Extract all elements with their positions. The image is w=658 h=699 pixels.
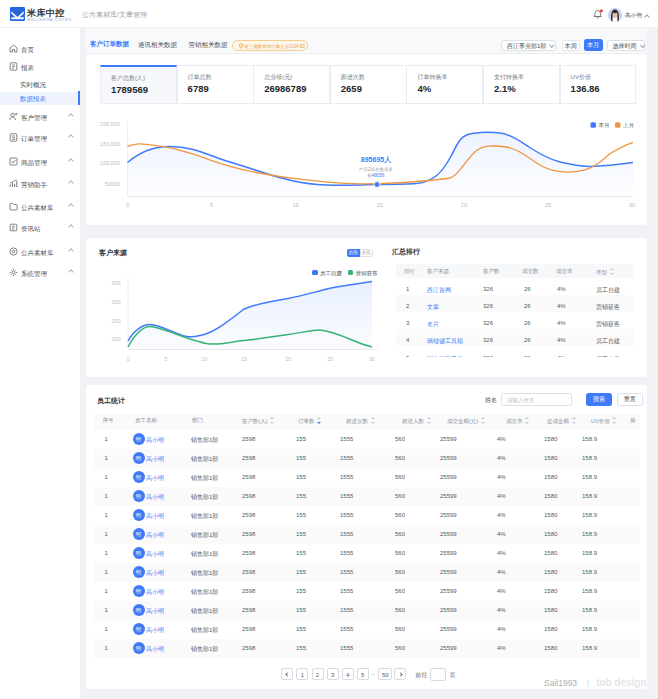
svg-text:20: 20 xyxy=(285,356,291,362)
svg-text:5: 5 xyxy=(210,202,213,208)
svg-text:25: 25 xyxy=(327,356,333,362)
svg-text:10: 10 xyxy=(293,202,299,208)
svg-text:25: 25 xyxy=(545,202,551,208)
svg-text:5: 5 xyxy=(164,356,167,362)
svg-text:500: 500 xyxy=(112,280,121,286)
svg-text:30: 30 xyxy=(629,202,635,208)
svg-text:100,000: 100,000 xyxy=(100,160,120,166)
svg-text:较48056: 较48056 xyxy=(367,173,385,178)
svg-text:200: 200 xyxy=(112,318,121,324)
svg-text:15: 15 xyxy=(241,356,247,362)
svg-text:20: 20 xyxy=(461,202,467,208)
svg-text:300: 300 xyxy=(112,299,121,305)
svg-text:30: 30 xyxy=(369,356,375,362)
svg-text:0: 0 xyxy=(126,202,129,208)
svg-text:100: 100 xyxy=(112,336,121,342)
svg-text:895695人: 895695人 xyxy=(361,156,392,164)
svg-text:15: 15 xyxy=(377,202,383,208)
svg-text:本月: 本月 xyxy=(599,122,610,129)
svg-text:0: 0 xyxy=(126,356,129,362)
svg-text:产品2排名数据多: 产品2排名数据多 xyxy=(359,167,394,172)
svg-text:10: 10 xyxy=(201,356,207,362)
svg-text:上月: 上月 xyxy=(623,122,634,129)
svg-text:200,000: 200,000 xyxy=(100,121,120,127)
svg-text:150,000: 150,000 xyxy=(100,141,120,147)
svg-text:50000: 50000 xyxy=(105,181,120,187)
